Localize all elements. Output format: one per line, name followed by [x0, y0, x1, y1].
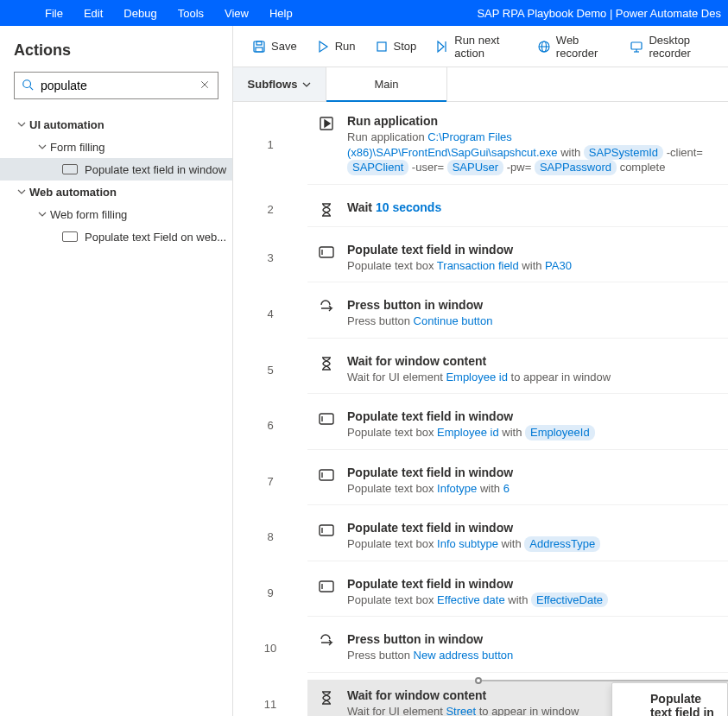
step-number: 4 — [233, 286, 307, 342]
step-link: C:\Program Files (x86)\SAP\FrontEnd\SapG… — [347, 130, 558, 159]
steps-list: 1Run applicationRun application C:\Progr… — [233, 102, 728, 716]
step-row[interactable]: 1Run applicationRun application C:\Progr… — [233, 102, 728, 188]
tree-label: UI automation — [29, 118, 104, 131]
step-link: Employee id — [446, 371, 508, 383]
desktop-recorder-button[interactable]: Desktop recorder — [621, 29, 728, 65]
press-icon — [318, 632, 335, 663]
menu-edit[interactable]: Edit — [73, 2, 113, 25]
menu-view[interactable]: View — [214, 2, 259, 25]
chevron-down-icon — [35, 143, 50, 151]
sidebar-title: Actions — [0, 26, 232, 72]
svg-point-0 — [23, 79, 31, 87]
step-card[interactable]: Populate text field in windowPopulate te… — [307, 457, 728, 506]
tree-group-ui-automation[interactable]: UI automation — [0, 113, 232, 136]
drop-indicator-line — [482, 680, 728, 681]
step-number: 2 — [233, 188, 307, 231]
step-body: Populate text field in windowPopulate te… — [347, 243, 718, 274]
tree-item-populate-text-field-web[interactable]: Populate text Field on web... — [0, 225, 232, 248]
variable-token: AddressType — [524, 536, 600, 552]
hourglass-icon — [318, 354, 335, 385]
run-next-button[interactable]: Run next action — [427, 29, 527, 65]
menu-help[interactable]: Help — [259, 2, 303, 25]
tab-main[interactable]: Main — [326, 67, 447, 101]
subflows-dropdown[interactable]: Subflows — [233, 67, 326, 101]
step-body: Populate text field in windowPopulate te… — [347, 409, 718, 440]
step-row[interactable]: 6Populate text field in windowPopulate t… — [233, 397, 728, 453]
label: Subflows — [248, 78, 298, 91]
save-button[interactable]: Save — [244, 35, 306, 59]
step-link: Info subtype — [437, 537, 498, 550]
svg-marker-7 — [320, 41, 327, 52]
step-row[interactable]: 2Wait 10 seconds — [233, 188, 728, 231]
drag-preview: Populate text field in window Populate t… — [611, 682, 728, 716]
search-box[interactable] — [14, 72, 218, 99]
tree-item-populate-text-field-window[interactable]: Populate text field in window — [0, 158, 232, 181]
textbox-icon — [318, 577, 335, 608]
step-description: Press button New address button — [347, 648, 718, 663]
svg-rect-8 — [377, 42, 386, 51]
step-card[interactable]: Populate text field in windowPopulate te… — [307, 234, 728, 283]
step-body: Populate text field in windowPopulate te… — [347, 577, 718, 608]
step-link: Street — [446, 705, 476, 716]
step-link: Continue button — [414, 314, 493, 327]
step-card[interactable]: Press button in windowPress button New a… — [307, 624, 728, 673]
step-number: 10 — [233, 620, 307, 676]
tree-label: Populate text field in window — [85, 163, 226, 176]
variable-token: EffectiveDate — [531, 592, 608, 608]
step-card[interactable]: Populate text field in windowPopulate te… — [307, 568, 728, 618]
step-card[interactable]: Press button in windowPress button Conti… — [307, 289, 728, 339]
stop-button[interactable]: Stop — [366, 35, 426, 59]
save-icon — [252, 40, 266, 54]
menu-tools[interactable]: Tools — [168, 2, 214, 25]
tree-group-web-automation[interactable]: Web automation — [0, 181, 232, 203]
step-title: Wait for window content — [347, 354, 718, 368]
tree-group-form-filling[interactable]: Form filling — [0, 136, 232, 158]
variable-token: SAPSystemId — [584, 145, 663, 161]
drop-indicator-handle — [475, 677, 482, 684]
step-description: Press button Continue button — [347, 314, 718, 329]
variable-token: EmployeeId — [525, 425, 595, 440]
step-title: Press button in window — [347, 298, 718, 312]
variable-token: SAPUser — [447, 160, 503, 175]
step-row[interactable]: 10Press button in windowPress button New… — [233, 620, 728, 676]
label: Main — [374, 78, 398, 91]
search-input[interactable] — [41, 73, 192, 98]
step-row[interactable]: 9Populate text field in windowPopulate t… — [233, 565, 728, 621]
clear-search-icon[interactable] — [192, 79, 218, 92]
svg-line-1 — [30, 86, 34, 90]
step-body: Wait 10 seconds — [347, 200, 718, 218]
step-card[interactable]: Populate text field in windowPopulate te… — [307, 512, 728, 561]
step-title: Populate text field in window — [347, 577, 718, 591]
step-card[interactable]: Wait 10 seconds — [307, 192, 728, 227]
step-row[interactable]: 8Populate text field in windowPopulate t… — [233, 509, 728, 565]
step-link: Transaction field — [437, 259, 519, 272]
menu-file[interactable]: File — [35, 2, 73, 25]
step-number: 1 — [233, 102, 307, 188]
step-description: Populate text box Transaction field with… — [347, 258, 718, 274]
step-link: PA30 — [545, 259, 572, 272]
step-row[interactable]: 5Wait for window contentWait for UI elem… — [233, 342, 728, 398]
tree-label: Form filling — [50, 141, 105, 154]
step-card[interactable]: Populate text field in windowPopulate te… — [307, 401, 728, 450]
title-bar: File Edit Debug Tools View Help SAP RPA … — [0, 0, 728, 26]
step-title: Populate text field in window — [347, 243, 718, 257]
hourglass-icon — [318, 688, 335, 716]
drag-title: Populate text field in window — [650, 692, 715, 716]
web-recorder-button[interactable]: Web recorder — [529, 29, 620, 65]
tree-label: Populate text Field on web... — [85, 231, 226, 244]
menu-debug[interactable]: Debug — [113, 2, 167, 25]
step-link: Effective date — [437, 593, 505, 606]
step-row[interactable]: 3Populate text field in windowPopulate t… — [233, 231, 728, 287]
window-title: SAP RPA Playbook Demo | Power Automate D… — [477, 7, 728, 20]
step-row[interactable]: 7Populate text field in windowPopulate t… — [233, 453, 728, 510]
step-link: 6 — [503, 482, 510, 495]
step-body: Populate text field in windowPopulate te… — [347, 466, 718, 497]
run-button[interactable]: Run — [307, 35, 364, 59]
step-number: 8 — [233, 509, 307, 565]
step-card[interactable]: Wait for window contentWait for UI eleme… — [307, 345, 728, 395]
tree-group-web-form-filling[interactable]: Web form filling — [0, 203, 232, 225]
content-area: Save Run Stop Run next action Web record… — [233, 26, 728, 716]
step-card[interactable]: Run applicationRun application C:\Progra… — [307, 105, 728, 185]
step-icon — [435, 40, 449, 54]
step-row[interactable]: 4Press button in windowPress button Cont… — [233, 286, 728, 342]
